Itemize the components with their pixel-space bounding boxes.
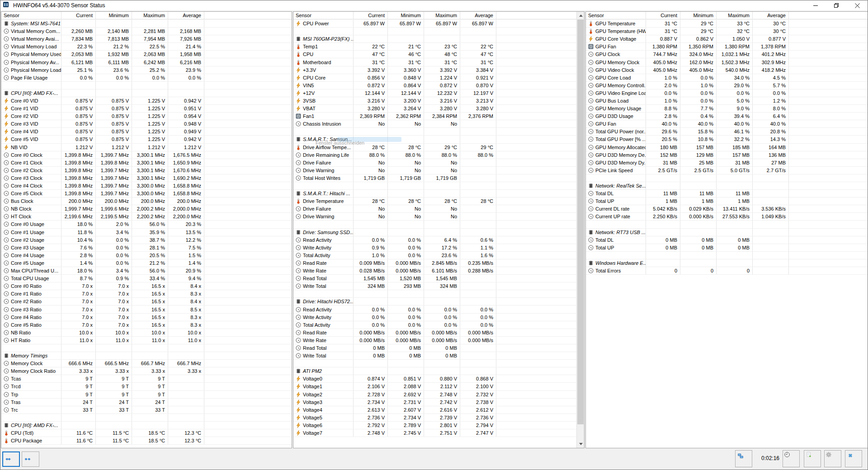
sensor-row[interactable]: +3.3V3.392 V3.360 V3.392 V3.384 V — [293, 66, 576, 74]
sensor-row[interactable]: Core #1 Usage11.8 %3.4 %35.9 %13.5 % — [1, 229, 292, 236]
sensor-row[interactable]: Core #0 VID0.875 V0.875 V1.225 V0.942 V — [1, 97, 292, 105]
sensor-row[interactable]: Total UP0 MB0 MB0 MB — [586, 244, 868, 252]
sensor-row[interactable]: NB Clock1,999.7 MHz1,999.6 MHz2,000.2 MH… — [1, 205, 292, 213]
sensor-row[interactable]: CPU (Tctl)11.6 °C11.5 °C18.5 °C12.3 °C — [1, 429, 292, 437]
sensor-row[interactable]: Physical Memory Av...6,121 MB6,111 MB6,2… — [1, 58, 292, 66]
sensor-row[interactable]: Voltage72.748 V2.745 V2.751 V2.747 V — [293, 429, 576, 437]
sensor-row[interactable]: GPU D3D Memory Dy...31 MB25 MB31 MB27 MB — [586, 159, 868, 167]
scrollbar-up-button[interactable] — [577, 12, 585, 19]
sensor-row[interactable]: Core #2 Ratio7.0 x7.0 x16.5 x8.4 x — [1, 298, 292, 306]
sensor-row[interactable]: Write Rate0.028 MB/s0.000 MB/s6.101 MB/s… — [293, 267, 576, 275]
sensor-row[interactable]: Total UP1 MB1 MB1 MB — [586, 197, 868, 205]
sensor-row[interactable]: GPU Video Clock405.0 MHz405.0 MHz540.0 M… — [586, 66, 868, 74]
sensor-row[interactable]: Write Total324 MB293 MB324 MB — [293, 282, 576, 290]
sensor-row[interactable]: Total GPU Power (nor...29.6 %15.8 %46.1 … — [586, 128, 868, 136]
sensor-row[interactable]: GPU Clock744.7 MHz324.0 MHz1,032.1 MHz40… — [586, 51, 868, 58]
sensor-row[interactable]: GPU Core Voltage0.887 V0.862 V1.050 V0.8… — [586, 35, 868, 43]
sensor-row[interactable]: Voltage62.792 V2.789 V2.801 V2.794 V — [293, 422, 576, 429]
sensor-row[interactable]: Core #4 Clock1,399.8 MHz1,399.7 MHz3,300… — [1, 182, 292, 190]
section-row[interactable]: ATI PM2 — [293, 367, 576, 375]
close-button[interactable] — [847, 0, 868, 10]
sensor-row[interactable]: Core #5 Ratio7.0 x7.0 x16.5 x8.3 x — [1, 321, 292, 329]
sensor-row[interactable]: Chassis IntrusionNoNoNo — [293, 120, 576, 128]
sensor-row[interactable]: Physical Memory Used2,053 MB1,932 MB2,06… — [1, 51, 292, 58]
sensor-row[interactable]: GPU D3D Usage2.8 %0.4 %39.4 %6.4 % — [586, 113, 868, 120]
sensor-row[interactable]: Trp9 T9 T9 T — [1, 391, 292, 399]
sensor-row[interactable]: CPU Package11.6 °C11.5 °C18.5 °C12.3 °C — [1, 437, 292, 445]
sensor-row[interactable]: Drive FailureNoNoNo — [293, 159, 576, 167]
sensor-row[interactable]: GPU Temperature (HW)31 °C29 °C32 °C30 °C — [586, 28, 868, 35]
sensor-row[interactable]: Core #3 Usage7.6 %0.0 %28.1 %7.5 % — [1, 244, 292, 252]
expand-columns-button[interactable] — [2, 451, 20, 467]
sensor-row[interactable]: GPU Fan40.0 %40.0 %40.0 %40.0 % — [586, 120, 868, 128]
sensor-row[interactable]: Voltage00.874 V0.851 V0.880 V0.868 V — [293, 375, 576, 383]
sensor-row[interactable]: Current DL rate5.042 KB/s0.029 KB/s13.41… — [586, 205, 868, 213]
sensor-row[interactable]: GPU Memory Allocated180 MB157 MB185 MB16… — [586, 144, 868, 151]
sensor-row[interactable]: Bus Clock200.0 MHz200.0 MHz200.0 MHz200.… — [1, 197, 292, 205]
sensor-row[interactable]: NB VID1.212 V1.212 V1.212 V1.212 V — [1, 144, 292, 151]
minimize-button[interactable] — [805, 0, 826, 10]
sensor-row[interactable]: Current UP rate2.250 KB/s0.000 KB/s27.55… — [586, 213, 868, 221]
sensor-row[interactable]: PCIe Link Speed2.5 GT/s2.5 GT/s5.0 GT/s2… — [586, 167, 868, 174]
sensor-row[interactable]: Core #5 Usage1.4 %0.0 %21.2 %1.4 % — [1, 259, 292, 267]
sensor-row[interactable]: Core #2 VID0.875 V0.875 V1.225 V0.954 V — [1, 113, 292, 120]
sensor-row[interactable]: GPU Video Engine Load0.0 %0.0 %0.0 %0.0 … — [586, 89, 868, 97]
sensor-row[interactable]: Core #3 VID0.875 V0.875 V1.225 V0.948 V — [1, 120, 292, 128]
sensor-row[interactable]: CPU Core0.856 V0.848 V1.224 V0.921 V — [293, 74, 576, 82]
sensor-row[interactable]: GPU Memory Controll...2.0 %1.0 %29.0 %5.… — [586, 82, 868, 89]
sensor-row[interactable]: GPU Temperature31 °C29 °C33 °C30 °C — [586, 20, 868, 28]
sensor-row[interactable]: Memory Clock666.6 MHz666.5 MHz666.7 MHz6… — [1, 360, 292, 367]
sensor-row[interactable]: Total Host Writes1,719 GB1,719 GB1,719 G… — [293, 174, 576, 182]
sensor-row[interactable]: Read Total1,545 MB1,520 MB1,545 MB — [293, 275, 576, 282]
sensor-row[interactable]: Trc33 T33 T33 T — [1, 406, 292, 414]
sensor-row[interactable]: Core #5 VID0.875 V0.875 V1.225 V0.942 V — [1, 136, 292, 143]
sensor-row[interactable]: Total Activity0.0 %0.0 %0.0 %0.0 % — [293, 321, 576, 329]
section-row[interactable]: Drive: Samsung SSD... — [293, 229, 576, 236]
sensor-row[interactable]: Read Rate0.000 MB/s0.000 MB/s0.000 MB/s0… — [293, 329, 576, 337]
sensor-row[interactable]: Total Activity1.0 %0.0 %23.6 %1.6 % — [293, 252, 576, 259]
sensor-row[interactable]: 3VSB3.216 V3.200 V3.216 V3.213 V — [293, 97, 576, 105]
sensor-row[interactable]: Fan12,369 RPM2,362 RPM2,384 RPM2,376 RPM — [293, 113, 576, 120]
sensor-row[interactable]: Core #3 Clock1,399.8 MHz1,399.7 MHz3,300… — [1, 174, 292, 182]
sensor-row[interactable]: GPU Bus Load1.0 %0.0 %5.0 %1.2 % — [586, 97, 868, 105]
sensor-row[interactable]: Write Activity0.9 %0.0 %17.2 %1.1 % — [293, 244, 576, 252]
sensor-row[interactable]: Write Activity0.0 %0.0 %0.0 %0.0 % — [293, 314, 576, 321]
section-row[interactable]: S.M.A.R.T.: Hitachi ... — [293, 190, 576, 197]
sensor-row[interactable]: Total DL0 MB0 MB0 MB — [586, 236, 868, 244]
sensor-row[interactable]: GPU Memory Usage8.8 %7.7 %9.0 %8.0 % — [586, 105, 868, 113]
sensor-row[interactable]: Physical Memory Load25.1 %23.6 %25.2 %23… — [1, 66, 292, 74]
sensor-row[interactable]: Voltage22.728 V2.692 V2.748 V2.732 V — [293, 391, 576, 399]
sensor-row[interactable]: Voltage32.734 V2.731 V2.742 V2.738 V — [293, 399, 576, 406]
sensor-row[interactable]: Core #1 VID0.875 V0.875 V1.225 V0.951 V — [1, 105, 292, 113]
sensor-row[interactable]: Write Total0 MB0 MB0 MB — [293, 352, 576, 360]
sensor-row[interactable]: Tras24 T24 T24 T — [1, 399, 292, 406]
sensor-row[interactable]: Total GPU Power [% ...20.5 %10.8 %32.2 %… — [586, 136, 868, 143]
collapse-columns-button[interactable] — [22, 451, 39, 467]
sensor-row[interactable]: Drive WarningNoNoNo — [293, 167, 576, 174]
vertical-scrollbar[interactable] — [576, 12, 584, 448]
section-row[interactable]: System: MSI MS-7641 — [1, 20, 292, 28]
section-row[interactable]: Network: RT73 USB ... — [586, 229, 868, 236]
scrollbar-thumb[interactable] — [577, 19, 584, 424]
sensor-row[interactable]: Motherboard31 °C31 °C31 °C31 °C — [293, 58, 576, 66]
logging-report-button[interactable] — [804, 450, 821, 467]
sensor-row[interactable]: GPU Fan1,380 RPM1,350 RPM1,380 RPM1,378 … — [586, 43, 868, 51]
sensor-row[interactable]: HT Clock2,199.6 MHz2,199.5 MHz2,200.2 MH… — [1, 213, 292, 221]
sensor-row[interactable]: GPU Memory Clock405.0 MHz162.0 MHz1,502.… — [586, 58, 868, 66]
section-row[interactable]: MSI 760GM-P23(FX) ... — [293, 35, 576, 43]
section-row[interactable]: S.M.A.R.T.: Samsun... — [293, 136, 576, 143]
section-row[interactable]: CPU [#0]: AMD FX-... — [1, 422, 292, 429]
sensor-row[interactable]: VIN50.872 V0.864 V0.872 V0.870 V — [293, 82, 576, 89]
sensor-row[interactable]: VBAT3.280 V3.264 V3.280 V3.280 V — [293, 105, 576, 113]
section-row[interactable]: Memory Timings — [1, 352, 292, 360]
sensor-row[interactable]: Read Rate0.009 MB/s0.000 MB/s2.845 MB/s0… — [293, 259, 576, 267]
sensor-row[interactable]: Core #2 Clock1,399.8 MHz1,399.7 MHz3,300… — [1, 167, 292, 174]
sensor-row[interactable]: Core #0 Usage18.0 %2.0 %56.0 %20.3 % — [1, 221, 292, 228]
sensor-row[interactable]: Virtual Memory Com...2,260 MB2,140 MB2,2… — [1, 28, 292, 35]
section-row[interactable]: Network: RealTek Se... — [586, 182, 868, 190]
sensor-row[interactable]: Voltage42.613 V2.607 V2.616 V2.612 V — [293, 406, 576, 414]
sensor-row[interactable]: Core #3 Ratio7.0 x7.0 x16.5 x8.5 x — [1, 306, 292, 313]
sensor-row[interactable]: Drive Airflow Tempe...28 °C28 °C29 °C29 … — [293, 144, 576, 151]
sensor-row[interactable]: Drive FailureNoNoNo — [293, 205, 576, 213]
settings-button[interactable] — [824, 450, 841, 467]
